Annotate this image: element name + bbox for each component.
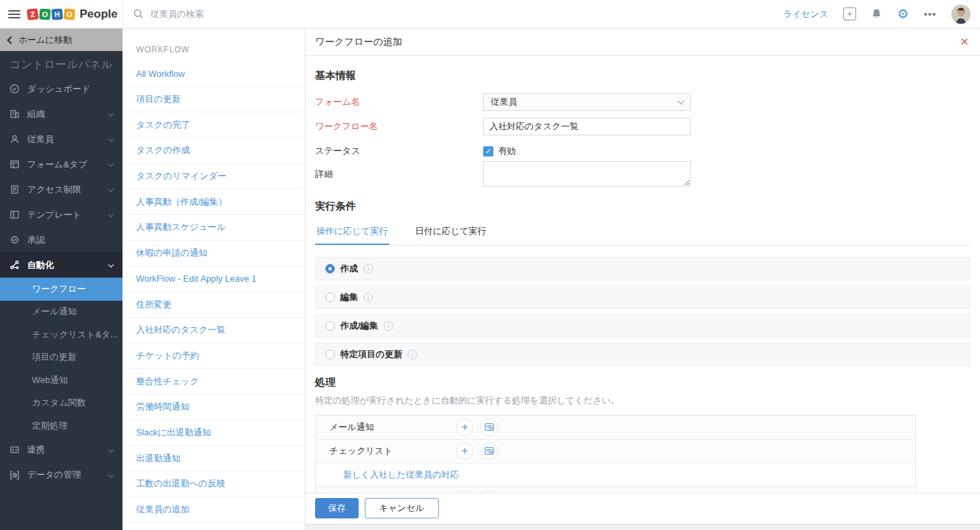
workflow-list-item[interactable]: 項目の更新 — [122, 87, 305, 113]
option-create-edit[interactable]: 作成/編集 i — [315, 314, 970, 337]
approval-gear-icon — [10, 235, 20, 246]
sidebar-item-approvals[interactable]: 承認 — [0, 227, 122, 252]
actions-heading: 処理 — [315, 376, 970, 389]
status-row: ステータス ✓ 有効 — [315, 145, 970, 157]
condition-heading: 実行条件 — [315, 200, 970, 213]
workflow-list-item[interactable]: 住所変更 — [122, 292, 305, 318]
option-create[interactable]: 作成 i — [315, 257, 970, 280]
workflow-list-item[interactable]: 整合性チェック — [122, 369, 305, 395]
workflow-item-label: 住所変更 — [136, 299, 172, 311]
sidebar-subitem-field-update[interactable]: 項目の更新 — [0, 346, 122, 369]
sidebar-subitem-scheduled-process[interactable]: 定期処理 — [0, 414, 122, 437]
workflow-list-item[interactable]: 出退勤通知 — [122, 446, 305, 471]
option-specific-field-update[interactable]: 特定項目の更新 i — [315, 343, 970, 366]
option-edit[interactable]: 編集 i — [315, 286, 970, 309]
workflow-item-label: Slackに出退勤通知 — [136, 427, 211, 439]
workflow-item-label: 項目の更新 — [136, 93, 180, 105]
workflow-list-item[interactable]: 労働時間通知 — [122, 395, 305, 420]
workflow-name-row: ワークフロー名 — [315, 118, 970, 135]
organization-icon — [10, 109, 20, 120]
workflow-list-item[interactable]: 人事異動スケジュール — [122, 215, 305, 241]
sidebar-subitem-label: メール通知 — [32, 305, 77, 318]
back-to-home[interactable]: ホームに移動 — [0, 29, 122, 51]
settings-gear-icon[interactable]: ⚙ — [897, 6, 909, 22]
sidebar-item-automation[interactable]: 自動化 — [0, 252, 122, 278]
sidebar-subitem-checklist[interactable]: チェックリスト&タ... — [0, 323, 122, 346]
workflow-list-item[interactable]: 工数の出退勤への反映 — [122, 471, 305, 497]
logo-product-name: People — [80, 7, 118, 21]
sidebar-item-access-control[interactable]: アクセス制限 — [0, 177, 122, 202]
view-checklists-icon[interactable] — [480, 442, 498, 460]
workflow-list-item[interactable]: Slackに出退勤通知 — [122, 420, 305, 446]
info-icon: i — [363, 293, 373, 302]
control-panel-sidebar: ホームに移動 コントロールパネル ダッシュボード 組織 従業員 フォーム&タブ — [0, 29, 122, 530]
notifications-bell-icon[interactable] — [871, 8, 882, 20]
view-email-notifications-icon[interactable] — [480, 418, 498, 436]
form-name-select[interactable]: 従業員 — [483, 93, 691, 111]
add-email-notification-button[interactable]: + — [456, 418, 474, 436]
radio-icon — [325, 321, 335, 331]
tab-on-action[interactable]: 操作に応じて実行 — [315, 221, 389, 245]
zoho-logo[interactable]: Z O H O People — [27, 7, 118, 21]
add-new-icon[interactable]: + — [843, 7, 856, 20]
workflow-list-item[interactable]: チケットの予約 — [122, 344, 305, 369]
sidebar-subitem-web-notification[interactable]: Web通知 — [0, 369, 122, 392]
chevron-down-icon — [108, 471, 114, 477]
workflow-item-label: 工数の出退勤への反映 — [136, 478, 225, 490]
sidebar-subitem-workflow[interactable]: ワークフロー — [0, 278, 122, 301]
workflow-list-item[interactable]: 従業員の追加 — [122, 497, 305, 523]
sidebar-item-label: ダッシュボード — [27, 83, 91, 95]
workflow-name-input[interactable] — [483, 118, 691, 135]
save-button[interactable]: 保存 — [315, 498, 359, 518]
sidebar-item-templates[interactable]: テンプレート — [0, 202, 122, 227]
sidebar-item-label: フォーム&タブ — [27, 159, 87, 171]
workflow-list-item[interactable]: 入社対応のタスク一覧 — [122, 318, 305, 344]
top-bar: Z O H O People ライセンス + ⚙ ••• — [0, 0, 980, 29]
logo-tile-o2: O — [63, 8, 75, 20]
workflow-item-label: タスクのリマインダー — [136, 170, 227, 182]
action-row-label: チェックリスト — [329, 445, 456, 457]
sidebar-item-employees[interactable]: 従業員 — [0, 127, 122, 152]
search-input[interactable] — [150, 9, 423, 19]
workflow-list-item[interactable]: 休暇の申請の通知 — [122, 241, 305, 267]
license-link[interactable]: ライセンス — [783, 8, 829, 20]
chevron-left-icon — [7, 36, 14, 44]
workflow-list-item[interactable]: All Workflow — [122, 61, 305, 87]
sidebar-subitem-email-notification[interactable]: メール通知 — [0, 301, 122, 324]
data-management-icon — [10, 469, 20, 480]
tab-on-date[interactable]: 日付に応じて実行 — [414, 221, 488, 245]
top-bar-actions: ライセンス + ⚙ ••• — [783, 5, 980, 24]
workflow-list-item[interactable]: タスクの作成 — [122, 138, 305, 164]
more-options-icon[interactable]: ••• — [924, 8, 936, 20]
workflow-list-item[interactable]: タスクのリマインダー — [122, 164, 305, 190]
description-textarea[interactable] — [483, 161, 691, 186]
description-label: 詳細 — [315, 161, 483, 180]
checklist-entry-link[interactable]: 新しく入社した従業員の対応 — [343, 469, 459, 481]
logo-tile-h: H — [51, 8, 63, 20]
sidebar-subitem-custom-function[interactable]: カスタム関数 — [0, 392, 122, 415]
global-search — [122, 9, 783, 19]
chevron-down-icon — [108, 212, 114, 217]
sidebar-item-forms-tabs[interactable]: フォーム&タブ — [0, 152, 122, 177]
sidebar-item-dashboard[interactable]: ダッシュボード — [0, 76, 122, 101]
action-row-email: メール通知 + — [316, 416, 915, 440]
close-icon[interactable]: ✕ — [960, 37, 969, 48]
hamburger-menu-icon[interactable] — [8, 8, 20, 20]
sidebar-item-organization[interactable]: 組織 — [0, 101, 122, 127]
cancel-button[interactable]: キャンセル — [365, 498, 439, 518]
sidebar-item-data-management[interactable]: データの管理 — [0, 463, 122, 488]
sidebar-item-integrations[interactable]: 連携 — [0, 437, 122, 463]
status-checkbox[interactable]: ✓ — [483, 146, 493, 156]
workflow-add-panel: ワークフローの追加 ✕ 基本情報 フォーム名 従業員 ワークフロー名 ステータス… — [306, 29, 980, 530]
workflow-list-item[interactable]: WorkFlow - Edit Apply Leave 1 — [122, 267, 305, 293]
workflow-list-item[interactable]: 人事異動（作成/編集） — [122, 189, 305, 215]
chevron-down-icon — [678, 98, 685, 105]
workflow-list-item[interactable]: タスクの完了 — [122, 112, 305, 138]
add-checklist-button[interactable]: + — [456, 442, 474, 460]
document-icon — [10, 184, 20, 195]
user-avatar[interactable] — [951, 5, 970, 24]
top-bar-brand: Z O H O People — [0, 0, 122, 28]
actions-table: メール通知 + チェックリスト + 新しく入社した従業員の対応 — [315, 415, 916, 493]
info-icon: i — [363, 264, 373, 274]
chevron-down-icon — [108, 136, 114, 142]
